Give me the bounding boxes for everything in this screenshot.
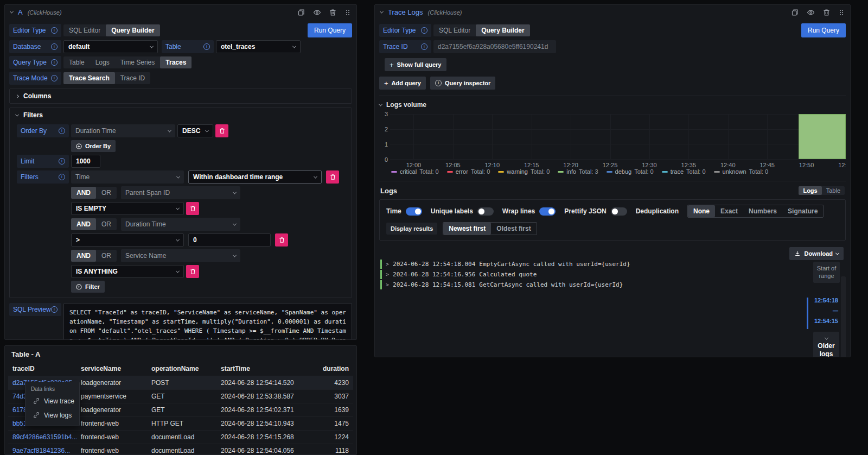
info-icon[interactable]: i bbox=[421, 43, 427, 50]
show-full-query-button[interactable]: +Show full query bbox=[385, 58, 446, 71]
older-logs-button[interactable]: Older logs bbox=[813, 332, 839, 357]
legend-item-error[interactable]: errorTotal: 0 bbox=[447, 168, 490, 175]
view-trace-menu-item[interactable]: View trace bbox=[25, 394, 79, 408]
toggle-switch[interactable] bbox=[406, 207, 422, 216]
toggle-switch[interactable] bbox=[611, 207, 627, 216]
remove-order-by-button[interactable] bbox=[215, 124, 228, 137]
trash-icon[interactable] bbox=[329, 9, 336, 16]
panel-title[interactable]: A bbox=[18, 8, 23, 16]
info-icon[interactable]: i bbox=[51, 306, 58, 313]
option-query-builder[interactable]: Query Builder bbox=[106, 24, 159, 36]
column-header-duration[interactable]: duration bbox=[301, 365, 353, 372]
option-oldest-first[interactable]: Oldest first bbox=[491, 223, 536, 235]
trace-id-input[interactable]: d2a7155ef6a928a05680e5ff6190241d bbox=[433, 40, 556, 53]
option-sql-editor[interactable]: SQL Editor bbox=[433, 24, 476, 36]
run-query-button[interactable]: Run Query bbox=[801, 23, 846, 37]
column-header-traceID[interactable]: traceID bbox=[8, 365, 76, 372]
option-or[interactable]: OR bbox=[96, 187, 117, 199]
toggle-switch[interactable] bbox=[477, 207, 494, 216]
database-select[interactable]: default bbox=[63, 40, 158, 53]
table-select[interactable]: otel_traces bbox=[216, 40, 301, 53]
run-query-button[interactable]: Run Query bbox=[308, 23, 352, 37]
add-query-button[interactable]: +Add query bbox=[379, 77, 426, 90]
legend-item-debug[interactable]: debugTotal: 0 bbox=[607, 168, 654, 175]
duplicate-icon[interactable] bbox=[791, 9, 799, 16]
trace-id-link[interactable]: 89cf4286e631591b4... bbox=[8, 433, 76, 441]
filter-field-select[interactable]: Parent Span ID bbox=[121, 186, 240, 199]
legend-item-warning[interactable]: warningTotal: 0 bbox=[498, 168, 550, 175]
legend-item-trace[interactable]: traceTotal: 0 bbox=[662, 168, 706, 175]
logs-volume-section-header[interactable]: Logs volume bbox=[379, 101, 846, 109]
option-or[interactable]: OR bbox=[96, 250, 117, 262]
option-or[interactable]: OR bbox=[96, 218, 117, 230]
filter-operator-select[interactable]: > bbox=[71, 233, 184, 247]
option-and[interactable]: AND bbox=[71, 250, 96, 262]
remove-filter-button[interactable] bbox=[186, 202, 199, 215]
option-time-series[interactable]: Time Series bbox=[115, 56, 161, 68]
info-icon[interactable]: i bbox=[59, 158, 65, 165]
option-and[interactable]: AND bbox=[71, 187, 96, 199]
option-query-builder[interactable]: Query Builder bbox=[476, 24, 529, 36]
option-signature[interactable]: Signature bbox=[782, 205, 823, 217]
filter-operator-select[interactable]: IS EMPTY bbox=[71, 202, 184, 215]
trace-id-link[interactable]: 9ae7acf81841236... bbox=[8, 447, 76, 454]
order-by-direction-select[interactable]: DESC bbox=[177, 124, 213, 137]
panel-title[interactable]: Trace Logs bbox=[388, 8, 423, 16]
column-header-serviceName[interactable]: serviceName bbox=[76, 365, 147, 372]
filter-field-select[interactable]: Duration Time bbox=[121, 218, 240, 231]
drag-handle-icon[interactable] bbox=[344, 9, 351, 16]
option-numbers[interactable]: Numbers bbox=[743, 205, 782, 217]
remove-filter-button[interactable] bbox=[275, 233, 288, 247]
option-logs[interactable]: Logs bbox=[799, 186, 821, 195]
option-none[interactable]: None bbox=[688, 205, 715, 217]
expand-log-icon[interactable]: > bbox=[386, 261, 389, 267]
expand-log-icon[interactable]: > bbox=[386, 271, 389, 277]
legend-item-info[interactable]: infoTotal: 3 bbox=[558, 168, 598, 175]
duplicate-icon[interactable] bbox=[297, 9, 305, 16]
limit-input[interactable]: 1000 bbox=[71, 155, 100, 168]
option-exact[interactable]: Exact bbox=[715, 205, 743, 217]
filter-operator-select[interactable]: IS ANYTHING bbox=[71, 265, 184, 278]
add-order-by-button[interactable]: Order By bbox=[71, 140, 116, 152]
trash-icon[interactable] bbox=[823, 9, 830, 16]
info-icon[interactable]: i bbox=[51, 59, 58, 66]
option-traces[interactable]: Traces bbox=[160, 56, 192, 68]
remove-filter-button[interactable] bbox=[186, 265, 199, 278]
drag-handle-icon[interactable] bbox=[838, 9, 845, 16]
eye-icon[interactable] bbox=[313, 9, 321, 16]
panel-collapse-icon[interactable] bbox=[380, 10, 384, 14]
info-icon[interactable]: i bbox=[59, 174, 65, 180]
info-icon[interactable]: i bbox=[203, 43, 210, 50]
filter-value-input[interactable]: 0 bbox=[188, 233, 271, 247]
info-icon[interactable]: i bbox=[59, 128, 65, 134]
time-range-select[interactable]: Within dashboard time range bbox=[188, 170, 322, 184]
info-icon[interactable]: i bbox=[51, 75, 58, 81]
option-trace-id[interactable]: Trace ID bbox=[115, 72, 151, 84]
download-button[interactable]: Download bbox=[789, 247, 844, 260]
info-icon[interactable]: i bbox=[51, 43, 58, 50]
legend-item-critical[interactable]: criticalTotal: 0 bbox=[391, 168, 439, 175]
info-icon[interactable]: i bbox=[51, 27, 58, 34]
eye-icon[interactable] bbox=[807, 9, 815, 16]
log-row[interactable]: >2024-06-28 12:54:15.081GetCartAsync cal… bbox=[380, 280, 794, 289]
order-by-field-select[interactable]: Duration Time bbox=[71, 124, 175, 137]
filter-field-select[interactable]: Time bbox=[71, 170, 184, 184]
column-header-startTime[interactable]: startTime bbox=[216, 365, 301, 372]
remove-filter-button[interactable] bbox=[326, 170, 339, 184]
view-logs-menu-item[interactable]: View logs bbox=[25, 408, 79, 422]
option-table[interactable]: Table bbox=[822, 186, 845, 195]
log-scrollbar[interactable] bbox=[841, 276, 846, 357]
panel-collapse-icon[interactable] bbox=[10, 10, 14, 14]
option-sql-editor[interactable]: SQL Editor bbox=[63, 24, 106, 36]
option-logs[interactable]: Logs bbox=[90, 56, 115, 68]
option-table[interactable]: Table bbox=[63, 56, 90, 68]
option-and[interactable]: AND bbox=[71, 218, 96, 230]
toggle-switch[interactable] bbox=[539, 207, 556, 216]
expand-log-icon[interactable]: > bbox=[386, 282, 389, 288]
option-trace-search[interactable]: Trace Search bbox=[63, 72, 115, 84]
log-row[interactable]: >2024-06-28 12:54:16.956Calculated quote bbox=[380, 270, 794, 279]
filters-section-header[interactable]: Filters bbox=[10, 108, 352, 122]
info-icon[interactable]: i bbox=[421, 27, 427, 34]
log-row[interactable]: >2024-06-28 12:54:18.004EmptyCartAsync c… bbox=[380, 260, 794, 269]
add-filter-button[interactable]: Filter bbox=[71, 281, 105, 293]
